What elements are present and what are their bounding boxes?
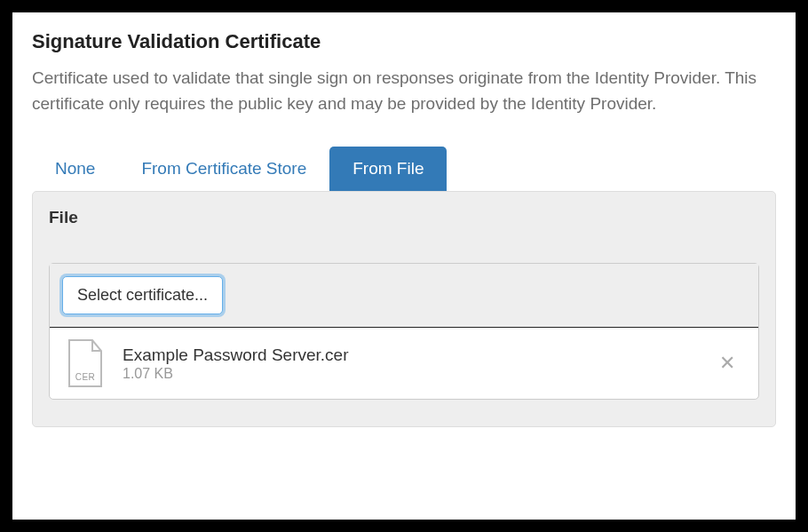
remove-file-button[interactable]: ✕ <box>710 348 744 378</box>
close-icon: ✕ <box>719 352 735 374</box>
tab-none[interactable]: None <box>32 147 118 191</box>
page-title: Signature Validation Certificate <box>32 30 776 53</box>
upload-card: Select certificate... CER Example Passwo… <box>49 263 759 400</box>
select-certificate-button[interactable]: Select certificate... <box>62 276 223 314</box>
tabs: None From Certificate Store From File <box>32 147 776 191</box>
tab-from-file[interactable]: From File <box>329 147 447 191</box>
section-label: File <box>49 208 759 227</box>
file-name: Example Password Server.cer <box>123 345 694 367</box>
file-section: File Select certificate... CER Example P… <box>32 191 776 427</box>
file-size: 1.07 KB <box>123 366 694 382</box>
upload-top: Select certificate... <box>50 264 758 328</box>
file-icon: CER <box>64 338 107 388</box>
description: Certificate used to validate that single… <box>32 66 776 116</box>
file-info: Example Password Server.cer 1.07 KB <box>123 345 694 383</box>
file-ext: CER <box>64 372 107 382</box>
certificate-panel: Signature Validation Certificate Certifi… <box>12 12 796 520</box>
tab-certificate-store[interactable]: From Certificate Store <box>118 147 329 191</box>
file-row: CER Example Password Server.cer 1.07 KB … <box>50 328 758 399</box>
